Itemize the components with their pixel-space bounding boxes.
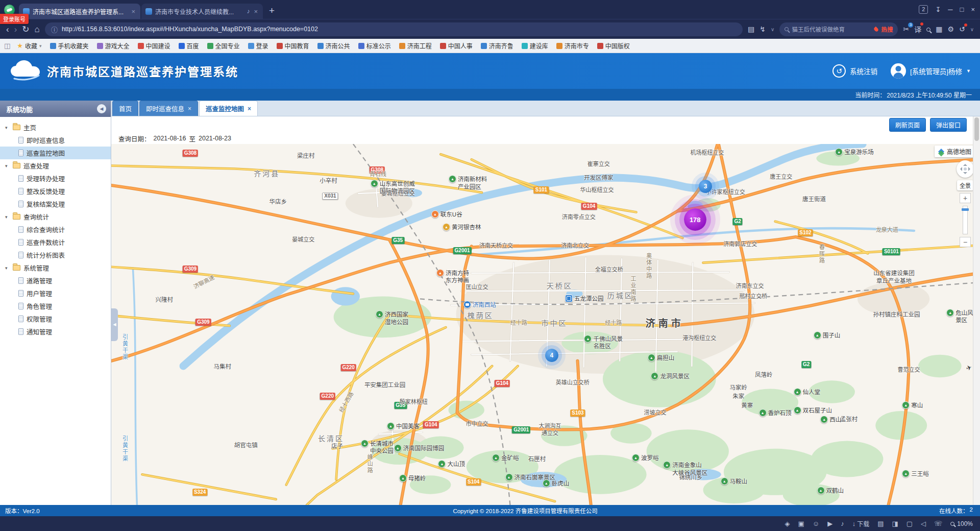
hot-search-label[interactable]: 热搜 <box>881 25 893 33</box>
pan-down-icon[interactable] <box>963 172 967 176</box>
minimize-button[interactable]: ─ <box>948 6 952 13</box>
bookmark-item[interactable]: 手机收藏夹 <box>46 40 92 51</box>
window-icon[interactable]: ▢ <box>906 520 913 527</box>
printer-icon[interactable]: ▤ <box>877 520 884 527</box>
sync-icon[interactable]: ↺ <box>959 25 965 33</box>
bookmark-item[interactable]: 百度 <box>175 40 203 51</box>
map-provider-button[interactable]: 高德地图 <box>935 146 975 157</box>
zoom-out-button[interactable]: − <box>960 237 971 247</box>
browser-search-box[interactable]: 猫王后代被误做绝育 热搜 <box>779 22 898 36</box>
bookmark-item[interactable]: 中国教育 <box>273 40 313 51</box>
site-info-icon[interactable]: ⓘ <box>51 25 58 34</box>
tree-group[interactable]: ▾巡查处理 <box>0 159 111 172</box>
browser-tab[interactable]: 济南市城区道路巡查养护管理系...× <box>19 4 140 19</box>
pan-up-icon[interactable] <box>963 162 967 166</box>
bookmark-item[interactable]: 登录 <box>244 40 272 51</box>
compass-pad[interactable] <box>957 160 974 178</box>
translate-icon[interactable]: 译 <box>914 24 921 34</box>
tab-close-icon[interactable]: × <box>248 105 251 112</box>
content-tab[interactable]: 即时巡查信息× <box>139 101 198 116</box>
zoom-slider-thumb[interactable] <box>962 208 969 211</box>
scrollbar-thumb[interactable] <box>974 117 979 141</box>
user-menu[interactable]: [系统管理员]杨修 ▼ <box>891 63 971 79</box>
downloads-tray-icon[interactable]: ↧ <box>935 6 941 13</box>
sidebar-collapse-button[interactable]: ◀ <box>97 104 106 113</box>
sidebar-item[interactable]: 巡查监控地图 <box>0 147 111 159</box>
map[interactable]: G308G308G309G309G104G104G104G220G220S101… <box>111 144 980 505</box>
phone-icon[interactable]: ☏ <box>934 520 942 527</box>
refresh-button[interactable]: ↻ <box>22 25 29 34</box>
pan-right-icon[interactable] <box>968 167 972 171</box>
gear-icon[interactable]: ⚙ <box>947 25 954 33</box>
back-button[interactable]: ‹ <box>6 25 9 34</box>
tab-audio-icon[interactable]: ♪ <box>247 8 250 15</box>
chevron-down-icon[interactable]: ∨ <box>771 27 774 32</box>
address-input[interactable]: ⓘ http://61.156.8.53:6010/index.aspx#/HH… <box>45 22 743 36</box>
media-icon[interactable]: ♪ <box>841 520 844 527</box>
sidebar-item[interactable]: 复核结案处理 <box>0 198 111 210</box>
flash-icon[interactable]: ↯ <box>760 25 766 33</box>
bookmark-item[interactable]: 济南市专 <box>553 40 593 51</box>
bookmark-item[interactable]: 全国专业 <box>204 40 243 51</box>
speaker-icon[interactable]: ◁ <box>921 520 926 527</box>
tree-group[interactable]: ▾主页 <box>0 121 111 134</box>
sidebar-item[interactable]: 即时巡查信息 <box>0 134 111 147</box>
bookmark-item[interactable]: 游戏大全 <box>93 40 133 51</box>
sidebar-item[interactable]: 统计分析图表 <box>0 249 111 261</box>
side-panel-icon[interactable]: ◫ <box>4 42 10 50</box>
bookmark-item[interactable]: 济南公共 <box>314 40 354 51</box>
pan-left-icon[interactable] <box>958 167 962 171</box>
content-tab[interactable]: 首页 <box>112 101 138 116</box>
sidebar-item[interactable]: 整改反馈处理 <box>0 185 111 198</box>
bookmark-item[interactable]: 中国版权 <box>594 40 633 51</box>
bookmark-item[interactable]: 中国人事 <box>436 40 476 51</box>
menu-chevron-icon[interactable]: ∨ <box>970 27 974 32</box>
tree-group[interactable]: ▾查询统计 <box>0 210 111 223</box>
apps-grid-icon[interactable]: ▦ <box>936 25 942 33</box>
sidebar-item[interactable]: 道路管理 <box>0 274 111 287</box>
screenshot-icon[interactable]: ▣ <box>798 520 804 527</box>
reader-mode-icon[interactable]: ▤ <box>748 25 754 33</box>
forward-button[interactable]: › <box>14 25 17 34</box>
sidebar-item[interactable]: 用户管理 <box>0 287 111 300</box>
login-account-tag[interactable]: 登录账号 <box>0 14 29 24</box>
sidebar-item[interactable]: 角色管理 <box>0 300 111 312</box>
date-from[interactable]: 2021-08-16 <box>154 135 186 142</box>
browser-tab[interactable]: 济南市专业技术人员继续教...♪× <box>141 4 263 19</box>
sidebar-item[interactable]: 通知管理 <box>0 325 111 338</box>
security-shield-icon[interactable]: ◈ <box>785 520 790 527</box>
sidebar-item[interactable]: 受理转办处理 <box>0 172 111 185</box>
date-to[interactable]: 2021-08-23 <box>199 135 231 142</box>
new-tab-button[interactable]: + <box>269 5 275 16</box>
zoom-indicator[interactable]: 100% <box>950 520 973 527</box>
content-tab[interactable]: 巡查监控地图× <box>199 101 258 116</box>
zoom-slider[interactable] <box>963 206 968 234</box>
tab-close-icon[interactable]: × <box>188 105 191 112</box>
tree-group[interactable]: ▾系统管理 <box>0 261 111 274</box>
logout-button[interactable]: ↺ 系统注销 <box>832 64 877 78</box>
maximize-button[interactable]: □ <box>960 6 964 13</box>
bookmark-item[interactable]: 建设库 <box>518 40 552 51</box>
bookmark-item[interactable]: 中国建设 <box>134 40 174 51</box>
tab-close-icon[interactable]: × <box>253 8 259 15</box>
sidebar-item[interactable]: 综合查询统计 <box>0 223 111 236</box>
vertical-scrollbar[interactable] <box>973 116 980 505</box>
page-search-icon[interactable] <box>926 25 930 33</box>
cluster-marker[interactable]: 4 <box>545 349 558 362</box>
bookmark-item[interactable]: 济南工程 <box>396 40 435 51</box>
send-icon[interactable]: ▶ <box>827 520 832 527</box>
sidebar-item[interactable]: 巡查件数统计 <box>0 236 111 249</box>
popup-window-button[interactable]: 弹出窗口 <box>930 118 967 132</box>
cluster-marker[interactable]: 3 <box>699 180 712 193</box>
emoji-icon[interactable]: ☺ <box>813 520 819 527</box>
sidebar-item[interactable]: 权限管理 <box>0 312 111 325</box>
home-button[interactable]: ⌂ <box>35 25 40 34</box>
tab-close-icon[interactable]: × <box>130 8 136 15</box>
usb-icon[interactable]: ◨ <box>892 520 898 527</box>
bookmark-item[interactable]: ★收藏▾ <box>13 40 45 51</box>
close-button[interactable]: × <box>971 6 975 13</box>
panorama-button[interactable]: 全景 <box>957 180 973 190</box>
download-button[interactable]: ↓下载 <box>852 519 870 528</box>
bookmark-item[interactable]: 标准公示 <box>355 40 395 51</box>
cluster-marker[interactable]: 178 <box>684 208 706 231</box>
